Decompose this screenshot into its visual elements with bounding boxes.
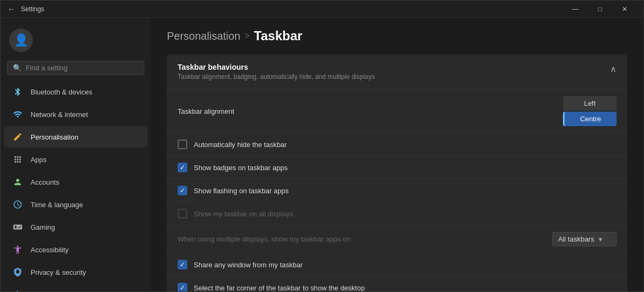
flashing-label: Show flashing on taskbar apps — [194, 187, 289, 195]
minimize-button[interactable]: — — [563, 1, 588, 18]
multi-display-select[interactable]: All taskbars ▼ — [552, 232, 617, 246]
close-button[interactable]: ✕ — [612, 1, 637, 18]
titlebar: ← Settings — □ ✕ — [1, 1, 643, 18]
alignment-dropdown[interactable]: Left Centre — [563, 96, 617, 126]
flashing-checkbox-wrap: ✓ Show flashing on taskbar apps — [178, 186, 289, 195]
share-window-checkbox-wrap: ✓ Share any window from my taskbar — [178, 260, 303, 269]
sidebar-item-bluetooth[interactable]: Bluetooth & devices — [4, 81, 148, 103]
sidebar-item-network[interactable]: Network & internet — [4, 104, 148, 125]
autohide-checkbox-wrap: Automatically hide the taskbar — [178, 140, 287, 149]
alignment-option-centre[interactable]: Centre — [563, 112, 617, 126]
main-content: Personalisation > Taskbar Taskbar behavi… — [151, 18, 643, 291]
sidebar-label-gaming: Gaming — [31, 223, 55, 231]
section-title: Taskbar behaviours — [178, 63, 610, 71]
taskbar-behaviours-section: Taskbar behaviours Taskbar alignment, ba… — [167, 54, 627, 291]
user-section: 👤 — [1, 23, 151, 61]
setting-row-share-window: ✓ Share any window from my taskbar — [167, 253, 627, 276]
sidebar-label-network: Network & internet — [31, 111, 88, 119]
sidebar-item-update[interactable]: Windows Update — [4, 284, 148, 291]
sidebar-item-apps[interactable]: Apps — [4, 149, 148, 170]
share-window-checkbox[interactable]: ✓ — [178, 260, 187, 269]
main-area: 👤 🔍 Bluetooth & devices Network & intern… — [1, 18, 643, 291]
badges-checkbox[interactable]: ✓ — [178, 163, 187, 172]
far-corner-checkbox-wrap: ✓ Select the far corner of the taskbar t… — [178, 283, 365, 291]
sidebar-item-time[interactable]: Time & language — [4, 194, 148, 215]
accounts-icon — [12, 177, 23, 187]
sidebar-label-apps: Apps — [31, 156, 47, 164]
breadcrumb-current: Taskbar — [254, 28, 302, 43]
search-icon: 🔍 — [13, 64, 21, 72]
back-button[interactable]: ← — [7, 5, 16, 13]
sidebar: 👤 🔍 Bluetooth & devices Network & intern… — [1, 18, 151, 291]
sidebar-label-time: Time & language — [31, 201, 83, 209]
check-icon: ✓ — [180, 164, 185, 171]
sidebar-label-accounts: Accounts — [31, 178, 59, 186]
collapse-icon: ∧ — [610, 64, 617, 74]
breadcrumb-parent[interactable]: Personalisation — [167, 30, 240, 42]
maximize-button[interactable]: □ — [588, 1, 612, 18]
multi-display-label: When using multiple displays, show my ta… — [178, 235, 552, 243]
update-icon — [12, 289, 23, 291]
sidebar-label-privacy: Privacy & security — [31, 268, 86, 276]
alignment-label: Taskbar alignment — [178, 107, 563, 115]
all-displays-checkbox-wrap: Show my taskbar on all displays — [178, 209, 293, 218]
badges-label: Show badges on taskbar apps — [194, 164, 288, 172]
search-box[interactable]: 🔍 — [7, 61, 144, 75]
window-title: Settings — [21, 5, 44, 13]
check-icon-3: ✓ — [180, 261, 185, 268]
alignment-option-left[interactable]: Left — [563, 96, 617, 111]
window-controls: — □ ✕ — [563, 1, 637, 18]
search-input[interactable] — [26, 64, 138, 72]
sidebar-item-privacy[interactable]: Privacy & security — [4, 261, 148, 283]
section-header[interactable]: Taskbar behaviours Taskbar alignment, ba… — [167, 54, 627, 89]
sidebar-item-accessibility[interactable]: Accessibility — [4, 239, 148, 260]
check-icon-4: ✓ — [180, 284, 185, 291]
check-icon-2: ✓ — [180, 187, 185, 194]
sidebar-label-accessibility: Accessibility — [31, 246, 69, 254]
share-window-label: Share any window from my taskbar — [194, 261, 303, 269]
all-displays-checkbox[interactable] — [178, 209, 187, 218]
setting-row-flashing: ✓ Show flashing on taskbar apps — [167, 179, 627, 202]
apps-icon — [12, 154, 23, 165]
flashing-checkbox[interactable]: ✓ — [178, 186, 187, 195]
section-subtitle: Taskbar alignment, badging, automaticall… — [178, 73, 610, 81]
far-corner-label: Select the far corner of the taskbar to … — [194, 284, 365, 292]
time-icon — [12, 199, 23, 210]
all-displays-label: Show my taskbar on all displays — [194, 210, 293, 218]
sidebar-item-personalisation[interactable]: Personalisation — [4, 126, 148, 148]
sidebar-label-personalisation: Personalisation — [31, 133, 78, 141]
setting-row-badges: ✓ Show badges on taskbar apps — [167, 156, 627, 179]
privacy-icon — [12, 267, 23, 278]
breadcrumb-separator: > — [245, 31, 250, 41]
bluetooth-icon — [12, 86, 23, 97]
sidebar-item-gaming[interactable]: Gaming — [4, 216, 148, 238]
setting-row-alignment: Taskbar alignment Left Centre — [167, 89, 627, 133]
setting-row-far-corner: ✓ Select the far corner of the taskbar t… — [167, 276, 627, 291]
breadcrumb: Personalisation > Taskbar — [167, 28, 627, 43]
personalisation-icon — [12, 132, 23, 142]
select-arrow-icon: ▼ — [597, 236, 603, 243]
gaming-icon — [12, 222, 23, 232]
accessibility-icon — [12, 244, 23, 255]
sidebar-item-accounts[interactable]: Accounts — [4, 171, 148, 193]
far-corner-checkbox[interactable]: ✓ — [178, 283, 187, 291]
select-value: All taskbars — [558, 235, 594, 243]
setting-row-autohide: Automatically hide the taskbar — [167, 133, 627, 156]
setting-row-all-displays: Show my taskbar on all displays — [167, 202, 627, 225]
autohide-label: Automatically hide the taskbar — [194, 141, 287, 149]
sidebar-label-bluetooth: Bluetooth & devices — [31, 88, 92, 96]
settings-window: ← Settings — □ ✕ 👤 🔍 Bluetooth & devices — [0, 0, 644, 292]
sidebar-label-update: Windows Update — [31, 291, 83, 292]
autohide-checkbox[interactable] — [178, 140, 187, 149]
section-header-info: Taskbar behaviours Taskbar alignment, ba… — [178, 63, 610, 81]
badges-checkbox-wrap: ✓ Show badges on taskbar apps — [178, 163, 288, 172]
network-icon — [12, 109, 23, 120]
avatar: 👤 — [9, 28, 33, 52]
setting-row-multi-display: When using multiple displays, show my ta… — [167, 225, 627, 253]
